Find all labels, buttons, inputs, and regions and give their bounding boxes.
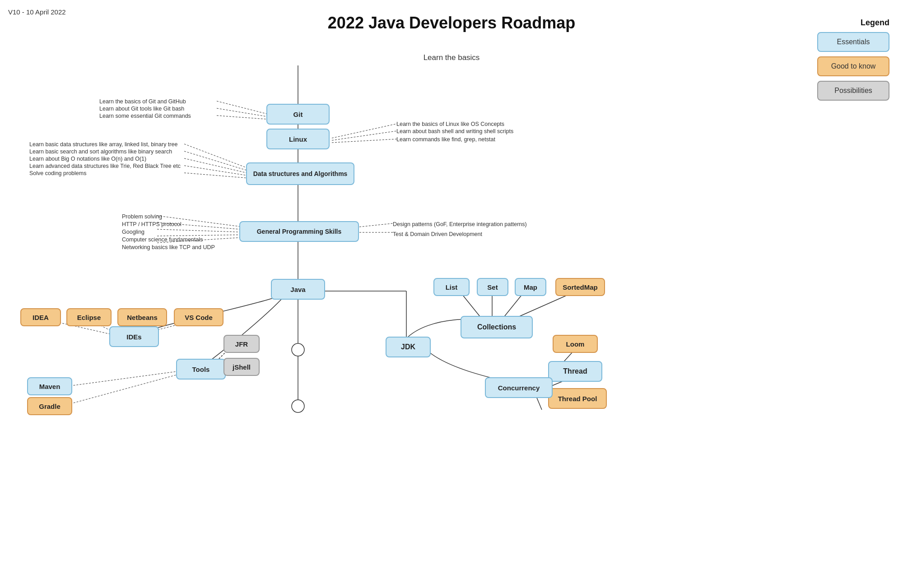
main-title: 2022 Java Developers Roadmap [328,14,575,32]
linux-label-3: Learn commands like find, grep, netstat [396,136,495,143]
svg-line-7 [217,108,266,116]
jfr-node: JFR [223,335,260,353]
ides-node: IDEs [109,326,159,347]
netbeans-node: Netbeans [117,308,167,326]
svg-line-19 [157,229,251,232]
maven-node: Maven [27,377,72,395]
gps-right-label-1: Design patterns (GoF, Enterprise integra… [393,221,527,227]
loom-node: Loom [553,335,598,353]
svg-line-16 [184,173,251,178]
svg-line-20 [157,235,251,236]
linux-node: Linux [266,129,330,149]
eclipse-node: Eclipse [66,308,112,326]
general-programming-node: General Programming Skills [239,221,359,242]
ds-label-4: Learn advanced data structures like Trie… [29,163,181,169]
vscode-node: VS Code [174,308,223,326]
svg-line-14 [184,158,251,174]
thread-pool-node: Thread Pool [548,388,607,409]
concurrency-node: Concurrency [485,377,553,398]
idea-node: IDEA [20,308,61,326]
svg-line-6 [217,101,266,114]
gps-label-5: Networking basics like TCP and UDP [122,244,215,250]
svg-point-42 [292,400,304,412]
git-label-3: Learn some essential Git commands [99,113,191,119]
ds-label-2: Learn basic search and sort algorithms l… [29,148,172,155]
map-node: Map [515,278,546,296]
svg-line-9 [332,124,397,138]
svg-point-25 [292,343,304,356]
ds-label-1: Learn basic data structures like array, … [29,141,177,148]
tools-node: Tools [176,359,226,380]
svg-line-38 [70,369,194,386]
jdk-node: JDK [386,337,431,357]
svg-line-11 [332,139,397,143]
thread-node: Thread [548,361,602,382]
gradle-node: Gradle [27,397,72,415]
legend: Legend Essentials Good to know Possibili… [817,18,889,101]
gps-label-4: Computer science fundamentals [122,236,203,243]
java-node: Java [271,279,325,300]
svg-line-8 [217,116,266,119]
svg-line-15 [184,166,251,176]
legend-essentials: Essentials [817,32,889,52]
learn-basics-label: Learn the basics [424,53,480,62]
list-node: List [433,278,470,296]
legend-title: Legend [861,18,889,28]
gps-label-3: Googling [122,229,144,235]
ds-label-3: Learn about Big O notations like O(n) an… [29,156,146,162]
sortedmap-node: SortedMap [555,278,605,296]
svg-line-12 [184,144,251,169]
linux-label-2: Learn about bash shell and writing shell… [396,128,513,134]
git-node: Git [266,104,330,125]
legend-good-to-know: Good to know [817,56,889,76]
svg-line-39 [70,370,194,404]
gps-label-1: Problem solving [122,213,162,220]
svg-line-10 [332,131,397,140]
linux-label-1: Learn the basics of Linux like OS Concep… [396,121,504,127]
collections-node: Collections [461,316,533,338]
legend-possibilities: Possibilities [817,81,889,101]
gps-label-2: HTTP / HTTPS protocol [122,221,182,227]
git-label-1: Learn the basics of Git and GitHub [99,98,186,105]
ds-label-5: Solve coding problems [29,170,86,176]
gps-right-label-2: Test & Domain Driven Development [393,231,482,237]
svg-line-13 [184,151,251,171]
git-label-2: Learn about Git tools like Git bash [99,106,184,112]
set-node: Set [477,278,508,296]
version-label: V10 - 10 April 2022 [8,8,66,16]
data-structures-node: Data structures and Algorithms [246,162,354,185]
jshell-node: jShell [223,358,260,376]
